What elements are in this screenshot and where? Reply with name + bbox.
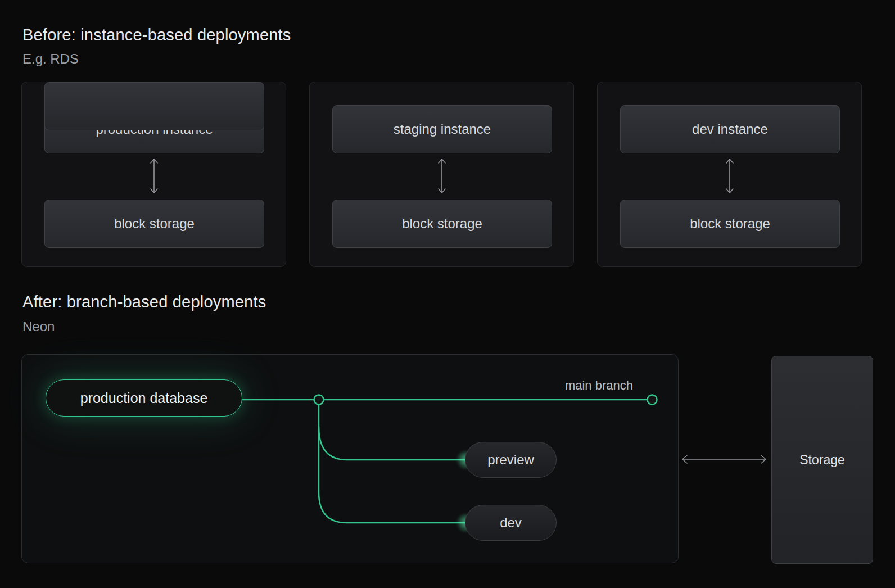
block-storage-label: block storage: [690, 216, 770, 232]
block-storage-label: block storage: [114, 216, 195, 232]
block-storage-box: block storage: [44, 200, 264, 248]
before-card-production: production instance block storage: [21, 82, 286, 267]
before-card-dev: dev instance block storage: [597, 82, 862, 267]
block-storage-box: block storage: [620, 200, 840, 248]
shared-storage-box: Storage: [771, 356, 873, 564]
block-storage-box: [44, 82, 264, 130]
production-database-pill: production database: [46, 379, 242, 417]
dev-instance-label: dev instance: [692, 121, 768, 137]
dev-branch-line: [319, 400, 465, 523]
dev-instance-box: dev instance: [620, 105, 840, 153]
main-branch-label: main branch: [565, 378, 633, 393]
updown-arrow-icon: [436, 157, 448, 195]
preview-branch-pill: preview: [465, 442, 557, 478]
production-database-label: production database: [80, 390, 208, 406]
main-branch-end-node-icon: [648, 395, 657, 405]
block-storage-box: block storage: [332, 200, 552, 248]
dev-branch-label: dev: [500, 515, 522, 531]
staging-instance-box: staging instance: [332, 105, 552, 153]
dev-branch-pill: dev: [465, 505, 557, 541]
block-storage-label: block storage: [402, 216, 482, 232]
branch-junction-node-icon: [314, 395, 324, 405]
before-section-title: Before: instance-based deployments: [22, 26, 291, 44]
leftright-arrow-icon: [680, 453, 768, 466]
shared-storage-label: Storage: [799, 453, 845, 468]
after-section-subtitle: Neon: [22, 319, 55, 334]
before-section-subtitle: E.g. RDS: [22, 51, 79, 67]
before-card-staging: staging instance block storage: [309, 82, 574, 267]
staging-instance-label: staging instance: [394, 121, 491, 137]
updown-arrow-icon: [724, 157, 735, 195]
preview-branch-label: preview: [487, 452, 534, 468]
updown-arrow-icon: [148, 157, 160, 195]
after-branching-card: production database main branch preview …: [21, 354, 679, 563]
diagram-canvas: Before: instance-based deployments E.g. …: [0, 0, 895, 588]
after-section-title: After: branch-based deployments: [22, 293, 266, 311]
preview-branch-line: [319, 427, 465, 460]
